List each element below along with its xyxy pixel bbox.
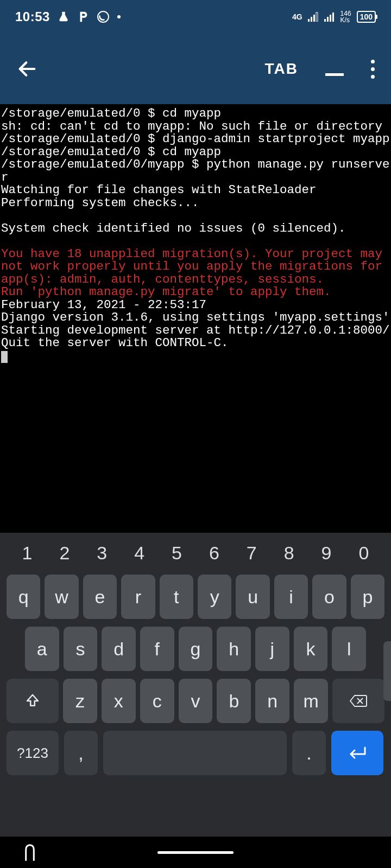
terminal-output[interactable]: /storage/emulated/0 $ cd myappsh: cd: ca… (0, 104, 391, 533)
key-f[interactable]: f (140, 627, 174, 671)
terminal-line: You have 18 unapplied migration(s). Your… (1, 248, 391, 286)
key-0[interactable]: 0 (348, 539, 380, 567)
battery-indicator: 100 (357, 11, 376, 23)
svg-rect-5 (324, 19, 326, 22)
enter-key[interactable] (331, 731, 383, 775)
key-o[interactable]: o (312, 575, 346, 619)
terminal-line: Django version 3.1.6, using settings 'my… (1, 311, 391, 324)
terminal-cursor (1, 351, 8, 363)
key-c[interactable]: c (140, 679, 174, 723)
svg-rect-4 (316, 12, 318, 22)
key-m[interactable]: m (294, 679, 328, 723)
more-options-button[interactable] (371, 60, 375, 79)
space-key[interactable] (103, 731, 287, 775)
key-2[interactable]: 2 (48, 539, 81, 567)
key-w[interactable]: w (45, 575, 78, 619)
svg-rect-1 (308, 19, 310, 22)
signal-icon (324, 12, 335, 22)
keyboard-row-3: zxcvbnm (3, 679, 388, 723)
terminal-line (1, 235, 391, 248)
svg-rect-2 (311, 17, 312, 22)
key-n[interactable]: n (255, 679, 289, 723)
keyboard-row-1: qwertyuiop (3, 575, 388, 619)
parking-icon (77, 10, 89, 23)
terminal-line: Starting development server at http://12… (1, 324, 391, 337)
key-8[interactable]: 8 (273, 539, 305, 567)
system-nav-bar (0, 837, 391, 868)
signal-icon (308, 12, 319, 22)
key-6[interactable]: 6 (198, 539, 230, 567)
terminal-line: Performing system checks... (1, 197, 391, 210)
terminal-line (1, 209, 391, 222)
period-key[interactable]: . (292, 731, 326, 775)
minimize-button[interactable] (325, 73, 344, 76)
keyboard-row-bottom: ?123 , . (3, 731, 388, 775)
key-h[interactable]: h (217, 627, 251, 671)
key-p[interactable]: p (351, 575, 384, 619)
app-bar: TAB (0, 34, 391, 104)
back-button[interactable] (16, 58, 38, 80)
net-speed-unit: K/s (340, 17, 351, 23)
key-x[interactable]: x (102, 679, 136, 723)
key-e[interactable]: e (83, 575, 117, 619)
terminal-line: Watching for file changes with StatReloa… (1, 184, 391, 197)
svg-rect-7 (330, 15, 331, 22)
terminal-line: /storage/emulated/0 $ cd myapp (1, 146, 391, 159)
key-i[interactable]: i (274, 575, 308, 619)
svg-rect-8 (332, 12, 334, 22)
terminal-line: /storage/emulated/0 $ django-admin start… (1, 133, 391, 146)
terminal-line: /storage/emulated/0/myapp $ python manag… (1, 158, 391, 184)
keyboard-number-row: 1234567890 (3, 539, 388, 567)
status-left: 10:53 (15, 9, 121, 24)
key-d[interactable]: d (102, 627, 136, 671)
key-b[interactable]: b (217, 679, 251, 723)
key-5[interactable]: 5 (161, 539, 193, 567)
whatsapp-icon (97, 10, 110, 23)
key-7[interactable]: 7 (235, 539, 268, 567)
terminal-line: /storage/emulated/0 $ cd myapp (1, 107, 391, 120)
key-3[interactable]: 3 (86, 539, 118, 567)
key-k[interactable]: k (294, 627, 328, 671)
key-l[interactable]: l (332, 627, 366, 671)
key-a[interactable]: a (25, 627, 59, 671)
notification-dot-icon (117, 15, 121, 18)
symbols-key[interactable]: ?123 (7, 731, 59, 775)
comma-key[interactable]: , (64, 731, 98, 775)
key-g[interactable]: g (179, 627, 213, 671)
key-r[interactable]: r (121, 575, 155, 619)
terminal-line: System check identified no issues (0 sil… (1, 222, 391, 235)
key-y[interactable]: y (198, 575, 231, 619)
key-v[interactable]: v (179, 679, 213, 723)
key-t[interactable]: t (160, 575, 193, 619)
key-u[interactable]: u (236, 575, 269, 619)
status-time: 10:53 (15, 9, 50, 24)
flask-icon (58, 11, 70, 23)
terminal-line: Quit the server with CONTROL-C. (1, 337, 391, 350)
keyboard-row-2: asdfghjkl (3, 627, 388, 671)
key-j[interactable]: j (255, 627, 289, 671)
net-speed: 146 K/s (340, 10, 351, 23)
keyboard-edge-handle[interactable] (383, 641, 391, 701)
home-gesture-bar[interactable] (157, 851, 234, 854)
backspace-key[interactable] (332, 679, 384, 723)
svg-rect-3 (313, 15, 315, 22)
key-1[interactable]: 1 (11, 539, 43, 567)
soft-keyboard: 1234567890 qwertyuiop asdfghjkl zxcvbnm … (0, 533, 391, 837)
key-4[interactable]: 4 (123, 539, 156, 567)
terminal-line: February 13, 2021 - 22:53:17 (1, 299, 391, 312)
svg-rect-6 (327, 17, 329, 22)
key-q[interactable]: q (7, 575, 40, 619)
key-s[interactable]: s (64, 627, 98, 671)
terminal-line: Run 'python manage.py migrate' to apply … (1, 286, 391, 299)
shift-key[interactable] (7, 679, 59, 723)
recent-apps-button[interactable] (22, 843, 38, 861)
tab-button[interactable]: TAB (265, 60, 298, 78)
terminal-line: sh: cd: can't cd to myapp: No such file … (1, 120, 391, 133)
key-9[interactable]: 9 (310, 539, 343, 567)
status-right: 4G 146 K/s 100 (292, 10, 376, 23)
key-z[interactable]: z (63, 679, 97, 723)
status-bar: 10:53 4G 146 K/s 100 (0, 0, 391, 34)
network-type: 4G (292, 13, 302, 21)
